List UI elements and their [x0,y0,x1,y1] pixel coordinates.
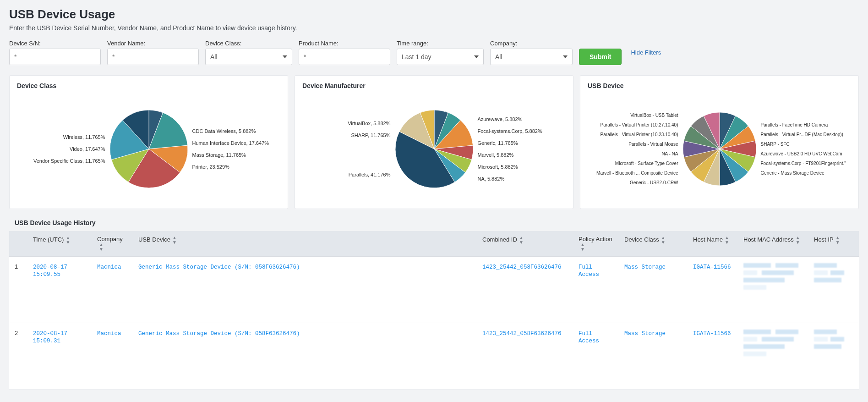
card-device-class: Device Class Wireless, 11.765% Video, 17… [9,75,288,209]
col-usb-device[interactable]: USB Device [133,231,477,257]
pie-label: SHARP - SFC [761,142,790,147]
sort-icon [99,242,104,252]
col-device-class[interactable]: Device Class [619,231,688,257]
card-title-device-class: Device Class [17,82,280,89]
col-host-ip[interactable]: Host IP [808,231,859,257]
company-select[interactable]: All [490,49,573,65]
redacted-mac [743,263,803,295]
pie-label: Vendor Specific Class, 11.765% [33,158,105,164]
filters-row: Device S/N: Vendor Name: Device Class: A… [9,40,859,65]
pie-label: CDC Data Wireless, 5.882% [192,128,256,134]
pie-label: Parallels - Virtual Printer (10.23.10.40… [601,132,678,137]
col-rownum [9,231,27,257]
cell-usb-device[interactable]: Generic Mass Storage Device (S/N: 058F63… [138,264,300,270]
cell-device-class[interactable]: Mass Storage [624,330,666,337]
pie-label: Marvell, 5.882% [478,152,514,158]
col-host-name[interactable]: Host Name [688,231,738,257]
pie-label: Generic - Mass Storage Device [761,171,824,176]
redacted-ip [814,263,851,286]
sort-icon [796,236,800,245]
pie-label: SHARP, 11.765% [351,132,390,138]
pie-label: Parallels - Virtual Printer (10.27.10.40… [601,122,678,127]
cell-device-class[interactable]: Mass Storage [624,264,666,270]
card-title-device-manufacturer: Device Manufacturer [302,82,566,89]
sort-icon [580,242,585,252]
pie-label: Parallels - FaceTime HD Camera [761,122,828,127]
history-section-title: USB Device Usage History [15,219,859,226]
pie-label: Parallels - Virtual Pr...DF (Mac Desktop… [761,132,843,137]
pie-label: Video, 17.647% [70,146,105,152]
pie-label: Azurewave, 5.882% [478,116,523,122]
pie-label: NA - NA [661,151,678,156]
sort-icon [66,236,70,245]
sort-icon [725,236,729,245]
card-title-usb-device: USB Device [588,82,851,89]
pie-label: Mass Storage, 11.765% [192,152,246,158]
usb-device-pie[interactable] [683,112,756,186]
device-class-pie[interactable] [110,110,188,188]
sort-icon [519,236,524,245]
filter-label-device-sn: Device S/N: [9,40,101,47]
table-row: 1 2020-08-17 15:09.55 Macnica Generic Ma… [9,257,859,323]
col-policy-action[interactable]: Policy Action [573,231,619,257]
time-range-select[interactable]: Last 1 day [397,49,484,65]
pie-label: Marvell - Bluetooth ... Composite Device [596,171,678,176]
device-class-select[interactable]: All [205,49,292,65]
device-manufacturer-pie[interactable] [395,110,473,188]
cell-company[interactable]: Macnica [97,330,121,337]
hide-filters-link[interactable]: Hide Filters [631,49,661,56]
cell-usb-device[interactable]: Generic Mass Storage Device (S/N: 058F63… [138,330,300,337]
filter-label-vendor-name: Vendor Name: [107,40,199,47]
pie-label: Generic, 11.765% [478,140,518,146]
pie-label: NA, 5.882% [478,176,505,182]
col-company[interactable]: Company [92,231,133,257]
filter-label-company: Company: [490,40,573,47]
submit-button[interactable]: Submit [579,49,622,65]
cell-policy-action[interactable]: Full Access [579,330,599,344]
cell-time[interactable]: 2020-08-17 15:09.31 [33,330,67,344]
cell-host-name[interactable]: IGATA-11566 [693,330,731,337]
vendor-name-input[interactable] [107,49,199,65]
filter-label-time-range: Time range: [397,40,484,47]
pie-label: Microsoft - Surface Type Cover [615,161,678,166]
filter-label-device-class: Device Class: [205,40,292,47]
pie-label: Printer, 23.529% [192,164,229,170]
redacted-mac [743,330,803,362]
pie-label: VirtualBox - USB Tablet [630,113,678,118]
page-title: USB Device Usage [9,7,859,22]
pie-label: Wireless, 11.765% [63,134,105,140]
device-sn-input[interactable] [9,49,101,65]
cell-company[interactable]: Macnica [97,264,121,270]
card-usb-device: USB Device VirtualBox - USB Tablet Paral… [580,75,859,209]
history-table: Time (UTC) Company USB Device Combined I… [9,231,859,390]
sort-icon [172,236,177,245]
cell-combined-id[interactable]: 1423_25442_058F63626476 [482,264,562,270]
table-row: 2 2020-08-17 15:09.31 Macnica Generic Ma… [9,323,859,390]
cell-rownum: 2 [9,323,27,390]
sort-icon [661,236,666,245]
pie-label: Generic - USB2.0-CRW [630,180,678,185]
pie-label: Focal-systems.Corp - FT9201Fingerprint." [761,161,846,166]
pie-label: Parallels - Virtual Mouse [628,142,678,147]
col-host-mac[interactable]: Host MAC Address [738,231,808,257]
product-name-input[interactable] [299,49,390,65]
cell-policy-action[interactable]: Full Access [579,264,599,278]
pie-label: Human Interface Device, 17.647% [192,140,269,146]
sort-icon [835,236,840,245]
pie-label: Focal-systems.Corp, 5.882% [478,128,542,134]
redacted-ip [814,330,851,352]
pie-label: Azurewave - USB2.0 HD UVC WebCam [761,151,842,156]
cell-host-name[interactable]: IGATA-11566 [693,264,731,270]
cell-rownum: 1 [9,257,27,323]
pie-label: Microsoft, 5.882% [478,164,518,170]
page-subtitle: Enter the USB Device Serial Number, Vend… [9,24,859,32]
pie-label: Parallels, 41.176% [349,172,391,177]
filter-label-product-name: Product Name: [299,40,390,47]
cell-time[interactable]: 2020-08-17 15:09.55 [33,264,67,278]
col-combined-id[interactable]: Combined ID [477,231,573,257]
card-device-manufacturer: Device Manufacturer VirtualBox, 5.882% S… [295,75,573,209]
cell-combined-id[interactable]: 1423_25442_058F63626476 [482,330,562,337]
col-time[interactable]: Time (UTC) [27,231,92,257]
pie-label: VirtualBox, 5.882% [348,121,390,126]
